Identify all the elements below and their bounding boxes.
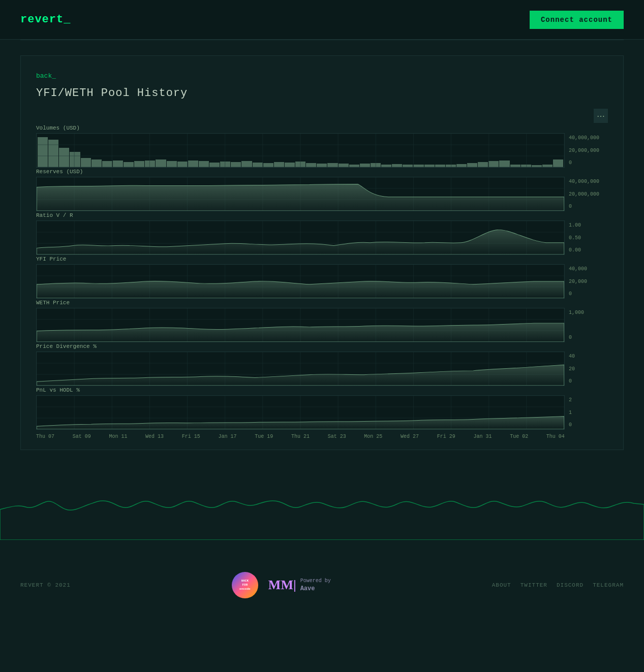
volume-bar bbox=[403, 165, 413, 167]
volume-bar bbox=[488, 161, 499, 167]
price-divergence-label: Price Divergence % bbox=[36, 343, 608, 349]
price-divergence-yaxis: 40 20 0 bbox=[565, 351, 608, 386]
xaxis-label-14: Thu 04 bbox=[546, 434, 565, 439]
back-link[interactable]: back_ bbox=[36, 72, 56, 80]
volume-bar bbox=[553, 159, 563, 167]
volume-bar bbox=[263, 163, 273, 167]
weth-price-chart-area bbox=[36, 308, 565, 342]
volume-bar bbox=[360, 164, 370, 167]
volume-bar bbox=[317, 164, 327, 167]
reserves-yaxis: 40,000,000 20,000,000 0 bbox=[565, 177, 608, 211]
volume-bar bbox=[81, 158, 91, 167]
pnl-hodl-label: PnL vs HODL % bbox=[36, 387, 608, 393]
pnl-hodl-chart-section: PnL vs HODL % bbox=[36, 387, 608, 430]
volumes-chart-wrapper: 40,000,000 20,000,000 0 bbox=[36, 133, 608, 168]
volume-bar bbox=[295, 162, 305, 167]
header: revert_ Connect account bbox=[0, 0, 644, 40]
volume-bar bbox=[499, 161, 509, 167]
volumes-label: Volumes (USD) bbox=[36, 125, 608, 131]
xaxis-label-0: Thu 07 bbox=[36, 434, 54, 439]
pnl-hodl-chart-wrapper: 2 1 0 bbox=[36, 395, 608, 430]
charts-container: ⋯ Volumes (USD) 40,000,000 20,000,000 0 bbox=[36, 109, 608, 439]
volume-bar bbox=[134, 161, 144, 167]
volume-bar bbox=[339, 164, 349, 167]
ratio-chart-section: Ratio V / R bbox=[36, 212, 608, 255]
xaxis-labels: Thu 07 Sat 09 Mon 11 Wed 13 Fri 15 Jan 1… bbox=[36, 431, 608, 439]
xaxis-label-12: Jan 31 bbox=[473, 434, 492, 439]
pnl-hodl-svg bbox=[37, 396, 564, 429]
powered-by-aave: Powered by Aave bbox=[300, 578, 331, 593]
options-button[interactable]: ⋯ bbox=[594, 109, 608, 123]
volume-bar bbox=[532, 165, 542, 167]
volume-bar bbox=[199, 161, 209, 167]
volume-bar bbox=[48, 140, 58, 167]
volume-bar bbox=[177, 162, 188, 167]
volume-bar bbox=[124, 162, 134, 167]
volume-bar bbox=[38, 137, 48, 167]
volumes-chart-section: Volumes (USD) 40,000,000 20,000,000 0 bbox=[36, 125, 608, 168]
volume-bar bbox=[521, 165, 531, 167]
volumes-chart-area bbox=[36, 133, 565, 168]
ratio-yaxis: 1.00 0.50 0.00 bbox=[565, 220, 608, 255]
xaxis-label-5: Jan 17 bbox=[219, 434, 237, 439]
xaxis-label-13: Tue 02 bbox=[510, 434, 528, 439]
pnl-hodl-chart-area bbox=[36, 395, 565, 430]
volume-bar bbox=[113, 161, 123, 167]
pool-history-card: back_ YFI/WETH Pool History ⋯ Volumes (U… bbox=[20, 55, 624, 450]
weth-price-label: WETH Price bbox=[36, 300, 608, 306]
volume-bar bbox=[413, 165, 423, 167]
volume-bar bbox=[231, 162, 241, 167]
volume-bar bbox=[446, 165, 456, 167]
volume-bar bbox=[167, 161, 177, 167]
xaxis-label-7: Thu 21 bbox=[291, 434, 310, 439]
reserves-label: Reserves (USD) bbox=[36, 169, 608, 175]
encode-badge: HACKFORencode bbox=[232, 572, 258, 598]
xaxis-label-8: Sat 23 bbox=[328, 434, 346, 439]
pnl-hodl-yaxis: 2 1 0 bbox=[565, 395, 608, 430]
footer-links: ABOUT TWITTER DISCORD TELEGRAM bbox=[492, 582, 624, 588]
volume-bar bbox=[188, 161, 198, 167]
yfi-price-label: YFI Price bbox=[36, 256, 608, 262]
price-divergence-svg bbox=[37, 352, 564, 386]
volume-bar bbox=[91, 159, 102, 167]
volume-bar bbox=[349, 165, 359, 167]
xaxis-label-3: Wed 13 bbox=[145, 434, 164, 439]
footer-link-about[interactable]: ABOUT bbox=[492, 582, 511, 588]
volume-bar bbox=[467, 163, 477, 167]
volume-bar bbox=[381, 165, 391, 167]
xaxis-label-2: Mon 11 bbox=[109, 434, 127, 439]
volume-bar bbox=[327, 163, 338, 167]
volume-bar bbox=[435, 165, 445, 167]
volume-bar bbox=[102, 161, 112, 167]
mm-logo-group: MM| Powered by Aave bbox=[268, 578, 331, 593]
volume-bar bbox=[145, 161, 155, 167]
yfi-price-chart-wrapper: 40,000 20,000 0 bbox=[36, 264, 608, 299]
reserves-chart-area bbox=[36, 177, 565, 211]
main-content: back_ YFI/WETH Pool History ⋯ Volumes (U… bbox=[0, 40, 644, 475]
volume-bar bbox=[156, 159, 166, 167]
volume-bar bbox=[285, 163, 295, 167]
xaxis-label-6: Tue 19 bbox=[255, 434, 273, 439]
yfi-price-svg bbox=[37, 265, 564, 298]
footer: REVERT © 2021 HACKFORencode MM| Powered … bbox=[0, 557, 644, 609]
reserves-chart-section: Reserves (USD) bbox=[36, 169, 608, 211]
logo: revert_ bbox=[20, 13, 71, 26]
weth-price-svg bbox=[37, 308, 564, 342]
footer-link-twitter[interactable]: TWITTER bbox=[520, 582, 547, 588]
yfi-price-yaxis: 40,000 20,000 0 bbox=[565, 264, 608, 299]
footer-link-telegram[interactable]: TELEGRAM bbox=[593, 582, 624, 588]
page-title: YFI/WETH Pool History bbox=[36, 87, 608, 100]
footer-copyright: REVERT © 2021 bbox=[20, 582, 71, 588]
weth-price-chart-wrapper: 1,000 0 bbox=[36, 308, 608, 342]
volume-bar bbox=[70, 152, 80, 167]
volume-bar bbox=[241, 161, 252, 167]
xaxis-label-4: Fri 15 bbox=[182, 434, 200, 439]
footer-link-discord[interactable]: DISCORD bbox=[557, 582, 584, 588]
volume-bar bbox=[253, 163, 263, 167]
connect-account-button[interactable]: Connect account bbox=[530, 11, 624, 29]
volume-bar bbox=[456, 164, 467, 167]
xaxis-label-1: Sat 09 bbox=[73, 434, 91, 439]
price-divergence-chart-area bbox=[36, 351, 565, 386]
volume-bar bbox=[510, 165, 520, 167]
price-divergence-chart-section: Price Divergence % bbox=[36, 343, 608, 386]
